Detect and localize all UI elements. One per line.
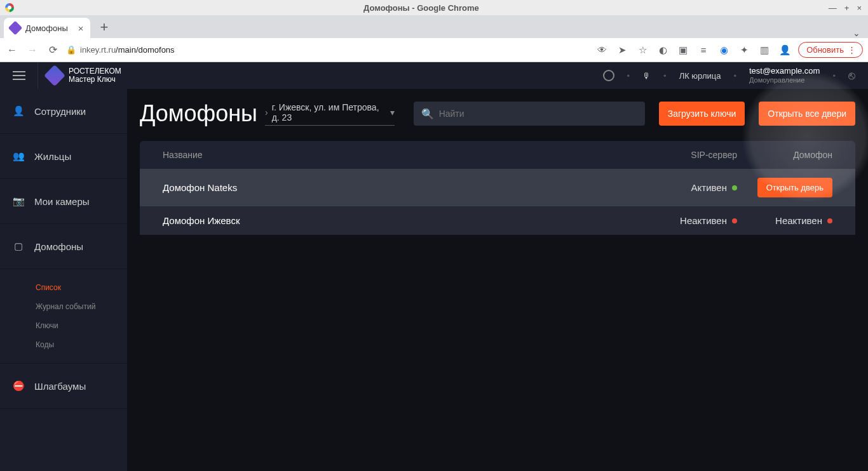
menu-dots-icon: ⋮ bbox=[848, 45, 855, 55]
sidebar-item-intercoms[interactable]: ▢ Домофоны bbox=[0, 224, 127, 269]
status-dot-icon bbox=[827, 218, 832, 223]
menu-toggle-button[interactable] bbox=[0, 62, 38, 89]
main-content: Домофоны › г. Ижевск, ул. им Петрова, д.… bbox=[127, 89, 868, 471]
chrome-icon bbox=[5, 3, 14, 12]
brand-line2: Мастер Ключ bbox=[69, 76, 121, 84]
camera-icon: 📷 bbox=[11, 196, 25, 207]
chevron-right-icon: › bbox=[265, 107, 268, 117]
star-icon[interactable]: ☆ bbox=[635, 44, 649, 56]
sidebar-item-label: Шлагбаумы bbox=[34, 381, 86, 392]
close-window-icon[interactable]: × bbox=[857, 3, 862, 13]
panel-icon[interactable]: ▥ bbox=[757, 44, 771, 56]
intercom-icon: ▢ bbox=[11, 241, 25, 252]
status-dot-icon bbox=[732, 218, 737, 223]
reload-icon[interactable]: ⟳ bbox=[46, 44, 60, 56]
os-title-bar: Домофоны - Google Chrome — + × bbox=[0, 0, 868, 15]
submenu-keys[interactable]: Ключи bbox=[36, 316, 127, 335]
table-header: Название SIP-сервер Домофон bbox=[140, 141, 855, 169]
url-path: /main/domofons bbox=[116, 45, 175, 55]
sidebar-item-label: Мои камеры bbox=[34, 196, 90, 207]
window-title: Домофоны - Google Chrome bbox=[14, 3, 829, 13]
browser-nav-bar: ← → ⟳ 🔒 inkey.rt.ru/main/domofons 👁 ➤ ☆ … bbox=[0, 38, 868, 62]
send-icon[interactable]: ➤ bbox=[615, 44, 629, 56]
sidebar-item-staff[interactable]: 👤 Сотрудники bbox=[0, 89, 127, 134]
favicon-icon bbox=[8, 21, 23, 36]
update-button[interactable]: Обновить ⋮ bbox=[798, 42, 863, 58]
table-row[interactable]: Домофон Nateks Активен Открыть дверь bbox=[140, 169, 855, 206]
back-icon[interactable]: ← bbox=[5, 44, 19, 56]
eye-off-icon[interactable]: 👁 bbox=[595, 44, 609, 55]
user-role: Домоуправление bbox=[749, 76, 820, 85]
upload-keys-button[interactable]: Загрузить ключи bbox=[659, 102, 745, 126]
tab-strip: Домофоны × + ⌄ bbox=[0, 15, 868, 38]
row-name: Домофон Ижевск bbox=[163, 215, 623, 226]
submenu-events[interactable]: Журнал событий bbox=[36, 297, 127, 316]
minimize-icon[interactable]: — bbox=[829, 3, 837, 13]
location-selector[interactable]: › г. Ижевск, ул. им Петрова, д. 23 ▾ bbox=[265, 102, 395, 126]
extensions-icon[interactable]: ✦ bbox=[737, 44, 751, 56]
location-text: г. Ижевск, ул. им Петрова, д. 23 bbox=[272, 102, 380, 123]
sidebar: 👤 Сотрудники 👥 Жильцы 📷 Мои камеры ▢ Дом… bbox=[0, 89, 127, 471]
forward-icon[interactable]: → bbox=[25, 44, 39, 56]
logout-icon[interactable]: ⎋ bbox=[848, 69, 855, 83]
tab-close-icon[interactable]: × bbox=[78, 23, 84, 34]
account-switch[interactable]: ЛК юрлица bbox=[679, 71, 721, 81]
col-name: Название bbox=[163, 150, 623, 160]
status-dot-icon bbox=[732, 185, 737, 190]
intercom-table: Название SIP-сервер Домофон Домофон Nate… bbox=[140, 141, 855, 235]
address-bar[interactable]: 🔒 inkey.rt.ru/main/domofons bbox=[66, 45, 588, 55]
profile-icon[interactable]: 👤 bbox=[778, 44, 792, 56]
ext4-icon[interactable]: ◉ bbox=[717, 44, 731, 56]
ext2-icon[interactable]: ▣ bbox=[676, 44, 690, 56]
open-door-button[interactable]: Открыть дверь bbox=[757, 178, 832, 197]
maximize-icon[interactable]: + bbox=[844, 3, 850, 13]
col-domofon: Домофон bbox=[737, 150, 832, 160]
lock-icon: 🔒 bbox=[66, 45, 76, 55]
submenu-list[interactable]: Список bbox=[36, 278, 127, 297]
submenu-codes[interactable]: Коды bbox=[36, 335, 127, 354]
open-all-doors-button[interactable]: Открыть все двери bbox=[759, 102, 855, 126]
browser-tab[interactable]: Домофоны × bbox=[4, 18, 90, 38]
app-header: РОСТЕЛЕКОМ Мастер Ключ • 🎙 • ЛК юрлица •… bbox=[0, 62, 868, 89]
search-icon: 🔍 bbox=[421, 108, 434, 120]
table-row[interactable]: Домофон Ижевск Неактивен Неактивен bbox=[140, 206, 855, 235]
sidebar-item-label: Сотрудники bbox=[34, 106, 86, 117]
search-box[interactable]: 🔍 bbox=[414, 102, 645, 126]
search-input[interactable] bbox=[439, 109, 637, 119]
brand-logo[interactable]: РОСТЕЛЕКОМ Мастер Ключ bbox=[38, 67, 130, 84]
help-icon[interactable] bbox=[603, 70, 614, 81]
row-name: Домофон Nateks bbox=[163, 182, 623, 193]
user-email: test@example.com bbox=[749, 66, 820, 76]
sidebar-item-cameras[interactable]: 📷 Мои камеры bbox=[0, 179, 127, 224]
sip-status: Неактивен bbox=[680, 215, 727, 226]
sidebar-submenu: Список Журнал событий Ключи Коды bbox=[0, 269, 127, 364]
logo-icon bbox=[44, 65, 65, 86]
url-host: inkey.rt.ru bbox=[80, 45, 116, 55]
domofon-status: Неактивен bbox=[775, 215, 822, 226]
sip-status: Активен bbox=[691, 182, 727, 193]
update-label: Обновить bbox=[806, 45, 844, 55]
col-sip: SIP-сервер bbox=[623, 150, 737, 160]
mic-icon[interactable]: 🎙 bbox=[642, 71, 651, 81]
ext1-icon[interactable]: ◐ bbox=[656, 44, 670, 56]
page-title: Домофоны bbox=[140, 100, 257, 127]
sidebar-item-barriers[interactable]: ⛔ Шлагбаумы bbox=[0, 364, 127, 409]
user-block[interactable]: test@example.com Домоуправление bbox=[749, 66, 820, 85]
barrier-icon: ⛔ bbox=[11, 380, 25, 392]
new-tab-button[interactable]: + bbox=[95, 17, 114, 38]
ext3-icon[interactable]: ≡ bbox=[696, 44, 710, 55]
chevron-down-icon: ▾ bbox=[390, 107, 395, 117]
person-icon: 👤 bbox=[11, 105, 25, 117]
sidebar-item-label: Домофоны bbox=[34, 241, 83, 252]
tabs-overflow-icon[interactable]: ⌄ bbox=[853, 28, 860, 38]
sidebar-item-residents[interactable]: 👥 Жильцы bbox=[0, 134, 127, 179]
sidebar-item-label: Жильцы bbox=[34, 151, 71, 162]
people-icon: 👥 bbox=[11, 150, 25, 162]
tab-title: Домофоны bbox=[25, 23, 68, 33]
